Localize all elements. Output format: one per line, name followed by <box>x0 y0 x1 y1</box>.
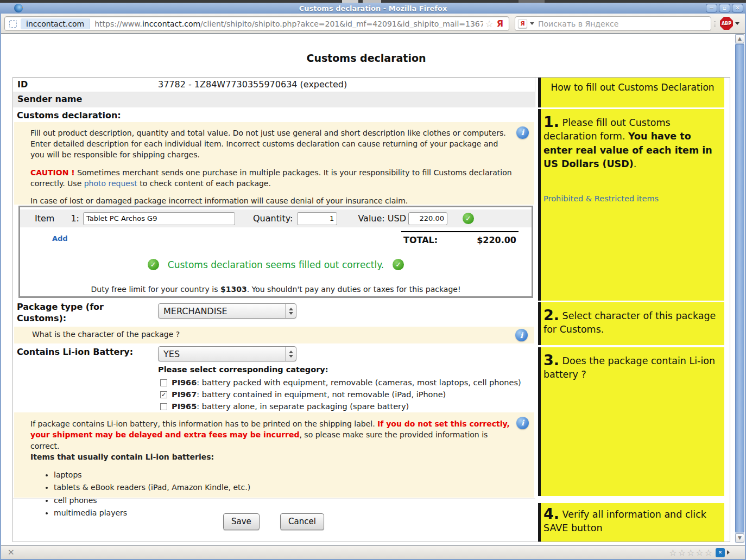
item-description-input[interactable] <box>83 212 235 225</box>
scrollbar-thumb[interactable] <box>735 44 744 532</box>
url-bar[interactable]: inccontact.com https://www.inccontact.co… <box>4 16 509 31</box>
url-prefix: https://www. <box>94 20 142 28</box>
navigation-toolbar: inccontact.com https://www.inccontact.co… <box>1 14 745 34</box>
duty-amount: $1303 <box>220 285 247 294</box>
category-heading: Please select corresponding category: <box>158 365 328 374</box>
list-item: laptops <box>54 469 513 480</box>
battery-items-heading: Items that usually contain Li-ion batter… <box>30 453 214 461</box>
pi966-code: PI966 <box>172 378 197 387</box>
info-icon[interactable]: i <box>516 126 529 139</box>
sidebar-heading: How to fill out Customs Declaration <box>538 78 724 107</box>
item-row: Item 1: Quantity: Value: USD ✓ <box>20 209 532 227</box>
step-3-text: Does the package contain Li-ion battery … <box>543 355 715 380</box>
step-4-number: 4. <box>543 505 559 522</box>
page-viewport: Customs declaration ID 37782 - 1Z84W7730… <box>1 34 745 545</box>
step-1-end: . <box>634 158 637 169</box>
customs-form: ID 37782 - 1Z84W7730355970634 (expected)… <box>12 77 730 542</box>
pi965-text: : battery alone, in separate packaging (… <box>197 402 409 411</box>
minimize-button[interactable]: − <box>706 4 717 12</box>
search-input[interactable] <box>538 20 711 28</box>
status-check-icon: ✓ <box>393 259 404 270</box>
favicon-placeholder-icon <box>9 20 17 28</box>
battery-warning-box: If package contains Li-ion battery, this… <box>14 412 534 498</box>
battery-label: Contains Li-ion Battery: <box>17 347 133 357</box>
status-check-icon: ✓ <box>148 259 159 270</box>
pi966-checkbox[interactable] <box>160 379 167 386</box>
list-item: tablets & eBook readers (iPad, Amazon Ki… <box>54 482 513 493</box>
sidebar-step-3: 3. Does the package contain Li-ion batte… <box>538 347 724 496</box>
battery-option-pi967: ✓ PI967: battery contained in equipment,… <box>160 389 446 400</box>
duty-text: Duty free limit for your country is <box>91 285 220 294</box>
item-number: 1: <box>71 213 79 224</box>
statusbar-close-icon[interactable]: ✕ <box>8 548 15 557</box>
pi967-code: PI967 <box>172 390 197 399</box>
package-type-label: Package type (for Customs): <box>17 302 155 324</box>
total-block: TOTAL: $220.00 <box>401 231 519 245</box>
info-icon[interactable]: i <box>515 329 528 341</box>
add-item-link[interactable]: Add <box>52 234 68 243</box>
window-titlebar[interactable]: Customs declaration - Mozilla Firefox − … <box>0 3 746 14</box>
search-engine-icon[interactable]: Я <box>518 19 527 28</box>
prohibited-items-link[interactable]: Prohibited & Restricted items <box>543 193 721 205</box>
url-path: /client/shipito/shipito.php?akce=201&id_… <box>200 20 483 28</box>
pi965-code: PI965 <box>172 402 197 411</box>
total-label: TOTAL: <box>403 235 438 245</box>
warning-text: If package contains Li-ion battery, this… <box>30 419 377 428</box>
duty-text-end: . You shouldn't pay any duties or taxes … <box>247 285 461 294</box>
id-value: 37782 - 1Z84W7730355970634 (expected) <box>158 79 347 90</box>
bookmark-star-icon[interactable]: ☆ <box>485 18 493 29</box>
status-text: Customs declaration seems filled out cor… <box>168 259 384 270</box>
photo-request-link[interactable]: photo request <box>84 179 137 188</box>
firefox-icon <box>14 4 23 12</box>
form-footer: Save Cancel <box>13 499 535 542</box>
pi967-checkbox[interactable]: ✓ <box>160 391 167 398</box>
item-valid-check-icon: ✓ <box>463 213 474 224</box>
toolbar-grip <box>714 21 716 27</box>
intro-info-box: Fill out product description, quantity a… <box>14 122 534 205</box>
item-label: Item <box>35 213 54 224</box>
quantity-input[interactable] <box>297 212 337 225</box>
save-button[interactable]: Save <box>223 513 260 530</box>
pi966-text: : battery packed with equipment, removab… <box>197 378 521 387</box>
browser-window: Customs declaration - Mozilla Firefox − … <box>0 0 746 560</box>
id-label: ID <box>17 79 28 90</box>
site-identity-chip[interactable]: inccontact.com <box>21 18 90 29</box>
battery-option-pi965: PI965: battery alone, in separate packag… <box>160 401 409 412</box>
adblock-icon[interactable]: ABP <box>720 17 733 30</box>
package-type-value: MERCHANDISE <box>163 306 285 316</box>
scrollbar-down-icon[interactable]: ▼ <box>735 533 744 543</box>
caution-text-end: to check content of each package. <box>137 179 271 188</box>
rating-stars-icon[interactable]: ☆☆☆☆☆ <box>669 548 713 558</box>
rating-extension-icon[interactable]: ✕ <box>716 548 725 557</box>
battery-select[interactable]: YES <box>158 346 296 361</box>
engine-chevron-down-icon[interactable] <box>530 22 534 25</box>
yandex-icon[interactable]: Я <box>497 18 503 29</box>
page-scrollbar[interactable]: ▲ ▼ <box>735 34 744 543</box>
scrollbar-up-icon[interactable]: ▲ <box>735 34 744 43</box>
step-1-number: 1. <box>543 113 559 130</box>
statusbar-expand-arrow-icon[interactable] <box>727 550 730 555</box>
items-box: Item 1: Quantity: Value: USD ✓ Add TOTAL… <box>18 206 533 298</box>
pi965-checkbox[interactable] <box>160 403 167 410</box>
info-icon[interactable]: i <box>516 417 529 429</box>
intro-paragraph: Fill out product description, quantity a… <box>30 128 513 161</box>
pi967-text: : battery contained in equipment, not re… <box>197 390 446 399</box>
maximize-button[interactable]: ▫ <box>719 4 730 12</box>
cancel-button[interactable]: Cancel <box>280 513 324 530</box>
quantity-label: Quantity: <box>253 213 293 224</box>
status-bar: ✕ ☆☆☆☆☆ ✕ <box>1 545 745 559</box>
step-2-text: Select character of this package for Cus… <box>543 310 716 335</box>
adblock-chevron-down-icon[interactable] <box>735 22 739 25</box>
duty-free-note: Duty free limit for your country is $130… <box>20 285 532 294</box>
value-input[interactable] <box>408 212 447 225</box>
url-text[interactable]: https://www.inccontact.com/client/shipit… <box>94 20 483 28</box>
package-type-select[interactable]: MERCHANDISE <box>158 303 296 319</box>
total-value: $220.00 <box>477 235 516 245</box>
package-question-row: What is the character of the package ? i <box>14 327 534 343</box>
select-spinner-icon <box>285 304 296 318</box>
search-bar[interactable]: Я <box>515 16 711 31</box>
close-button[interactable]: ✕ <box>732 4 743 12</box>
customs-declaration-heading: Customs declaration: <box>17 110 121 120</box>
sidebar-step-1: 1. Please fill out Customs declaration f… <box>538 109 724 301</box>
declaration-status-line: ✓ Customs declaration seems filled out c… <box>20 259 532 270</box>
